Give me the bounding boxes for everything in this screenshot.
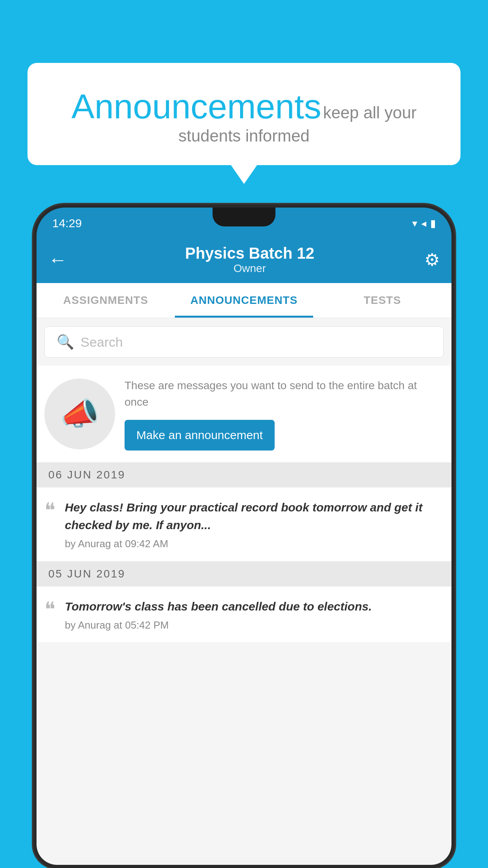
date-divider-2: 05 JUN 2019: [37, 561, 451, 587]
announcement-meta-2: by Anurag at 05:42 PM: [65, 619, 372, 631]
search-bar[interactable]: 🔍 Search: [44, 326, 444, 358]
battery-icon: ▮: [430, 217, 436, 230]
promo-description: These are messages you want to send to t…: [125, 377, 444, 410]
signal-icon: ◂: [421, 217, 426, 230]
search-icon: 🔍: [57, 334, 74, 350]
wifi-icon: ▾: [412, 217, 417, 230]
announcement-meta-1: by Anurag at 09:42 AM: [65, 538, 440, 550]
app-bar-subtitle: Owner: [75, 262, 424, 275]
promo-icon-circle: 📣: [44, 379, 115, 449]
announcement-text-2: Tomorrow's class has been cancelled due …: [65, 598, 372, 615]
date-divider-1: 06 JUN 2019: [37, 462, 451, 487]
announcement-content-2: Tomorrow's class has been cancelled due …: [65, 598, 372, 631]
announcement-text-1: Hey class! Bring your practical record b…: [65, 498, 440, 534]
bubble-title: Announcements: [72, 87, 321, 126]
search-input[interactable]: Search: [81, 335, 123, 350]
make-announcement-button[interactable]: Make an announcement: [125, 420, 275, 451]
speech-bubble: Announcements keep all your students inf…: [28, 63, 460, 165]
app-bar-title-section: Physics Batch 12 Owner: [75, 245, 424, 275]
phone-frame: 14:29 ▾ ◂ ▮ ← Physics Batch 12 Owner ⚙ A…: [33, 204, 455, 868]
announcement-content-1: Hey class! Bring your practical record b…: [65, 498, 440, 550]
quote-icon-1: ❝: [44, 500, 55, 520]
app-bar: ← Physics Batch 12 Owner ⚙: [37, 236, 451, 283]
tab-tests[interactable]: TESTS: [313, 283, 451, 318]
tab-announcements[interactable]: ANNOUNCEMENTS: [175, 283, 313, 318]
megaphone-icon: 📣: [60, 395, 99, 432]
announcement-item-1[interactable]: ❝ Hey class! Bring your practical record…: [37, 487, 451, 561]
status-icons: ▾ ◂ ▮: [412, 217, 436, 230]
status-time: 14:29: [52, 217, 82, 230]
quote-icon-2: ❝: [44, 599, 55, 620]
announcement-item-2[interactable]: ❝ Tomorrow's class has been cancelled du…: [37, 587, 451, 643]
tab-bar: ASSIGNMENTS ANNOUNCEMENTS TESTS: [37, 283, 451, 318]
app-bar-title: Physics Batch 12: [75, 245, 424, 262]
back-button[interactable]: ←: [48, 249, 67, 270]
tab-assignments[interactable]: ASSIGNMENTS: [37, 283, 175, 318]
screen-content: 🔍 Search 📣 These are messages you want t…: [37, 318, 451, 865]
settings-icon[interactable]: ⚙: [424, 250, 440, 270]
announcement-promo: 📣 These are messages you want to send to…: [37, 366, 451, 462]
phone-notch: [213, 208, 275, 226]
promo-right: These are messages you want to send to t…: [125, 377, 444, 451]
